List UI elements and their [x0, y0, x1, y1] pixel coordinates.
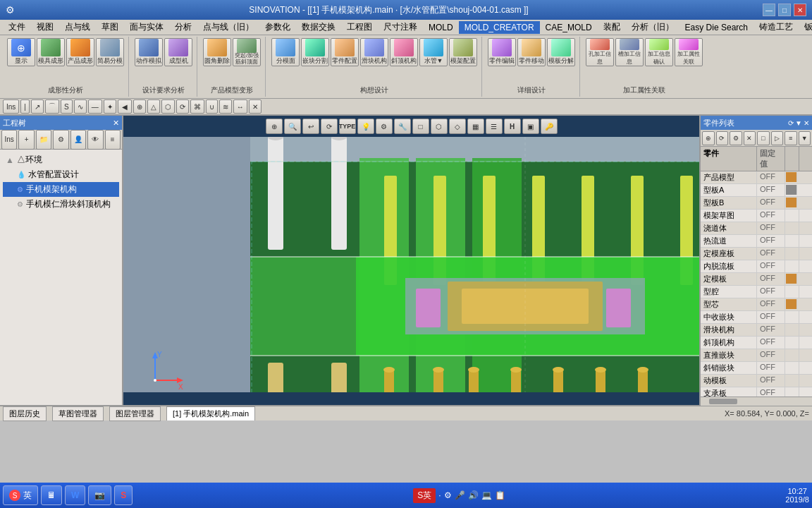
btn-parting-surface[interactable]: 分模面 — [271, 38, 300, 66]
close-button[interactable]: ✕ — [794, 4, 806, 16]
tree-item-phone-mold[interactable]: ⚙ 手机模架机构 — [3, 182, 119, 197]
part-vis-slider-mech[interactable] — [785, 324, 799, 336]
part-vis-stripper[interactable] — [785, 260, 799, 272]
tree-btn-ins[interactable]: Ins — [1, 130, 17, 150]
parts-row-core[interactable]: 型芯 OFF — [701, 298, 812, 311]
btn-part-move-copy[interactable]: 零件移动 — [517, 38, 546, 66]
vp-btn-key[interactable]: 🔑 — [541, 119, 558, 134]
menu-sheet-metal[interactable]: 钣金 — [799, 20, 812, 35]
btn-machining-assoc[interactable]: 加工属性关联 — [675, 38, 703, 66]
btn-display[interactable]: ⊕ 显示 — [7, 38, 35, 66]
btn-tool-extra-5[interactable]: ⟳ — [176, 99, 189, 114]
btn-tool-extra-1[interactable]: ◀ — [118, 99, 132, 114]
menu-points-lines[interactable]: 点与线 — [59, 20, 96, 35]
volume-icon[interactable]: 🔊 — [468, 490, 479, 500]
btn-tool-extra-6[interactable]: ⌘ — [190, 99, 204, 114]
tree-item-water-config[interactable]: 💧 水管配置设计 — [3, 167, 119, 182]
parts-row-moving-plate[interactable]: 动模板 OFF — [701, 375, 812, 387]
parts-row-cavity[interactable]: 型腔 OFF — [701, 286, 812, 298]
btn-hole-machining[interactable]: 孔加工信息 — [586, 38, 614, 66]
tree-btn-add[interactable]: + — [18, 130, 34, 150]
parts-row-runner[interactable]: 浇道体 OFF — [701, 222, 812, 235]
menu-analysis[interactable]: 分析 — [169, 20, 197, 35]
parts-row-middle-insert[interactable]: 中收嵌块 OFF — [701, 311, 812, 324]
parts-row-slider-mech[interactable]: 滑块机构 OFF — [701, 324, 812, 337]
btn-motion-sim[interactable]: 动作模拟 — [135, 38, 163, 66]
command-input[interactable] — [123, 393, 699, 404]
btn-part-edit[interactable]: 零件编辑 — [488, 38, 516, 66]
part-vis-fixed-clamp[interactable] — [785, 248, 799, 260]
btn-tool-extra-7[interactable]: ∪ — [206, 99, 218, 114]
parts-tool-1[interactable]: ⊕ — [702, 131, 715, 145]
settings-tray-icon[interactable]: ⚙ — [444, 490, 452, 500]
part-vis-middle-insert[interactable] — [785, 311, 799, 323]
menu-easy-die[interactable]: Easy Die Search — [679, 21, 753, 34]
tree-btn-view[interactable]: 👁 — [87, 130, 103, 150]
parts-row-mold-sketch[interactable]: 模架草图 OFF — [701, 210, 812, 222]
btn-line-tool-3[interactable]: ↗ — [31, 99, 44, 114]
start-button[interactable]: S 英 — [3, 485, 38, 505]
btn-mold-base-config[interactable]: 模架配置 — [449, 38, 477, 66]
taskbar-camera[interactable]: 📷 — [88, 485, 111, 505]
tree-btn-list[interactable]: ≡ — [105, 130, 121, 150]
tab-layer-history[interactable]: 图层历史 — [3, 406, 47, 421]
taskbar-sinovation[interactable]: S — [114, 485, 133, 505]
parts-tool-5[interactable]: □ — [757, 131, 770, 145]
menu-surface-solid[interactable]: 面与实体 — [124, 20, 169, 35]
tree-btn-person[interactable]: 👤 — [70, 130, 86, 150]
vp-btn-tool[interactable]: 🔧 — [394, 119, 411, 134]
menu-view[interactable]: 视图 — [31, 20, 59, 35]
part-vis-product-model[interactable] — [786, 172, 797, 182]
part-vis-cavity[interactable] — [785, 286, 799, 298]
btn-lifter-config[interactable]: 斜顶机构 — [390, 38, 418, 66]
parts-row-stripper[interactable]: 内脱流板 OFF — [701, 260, 812, 273]
vp-btn-grid[interactable]: ▦ — [467, 119, 484, 134]
btn-tool-extra-9[interactable]: ↔ — [233, 99, 247, 114]
btn-slot-machining[interactable]: 槽加工信息 — [615, 38, 644, 66]
vp-btn-diamond[interactable]: ◇ — [449, 119, 466, 134]
tab-phone-mold-main[interactable]: [1] 手机模架机构.main — [166, 406, 255, 421]
vp-btn-solid[interactable]: ▣ — [522, 119, 539, 134]
tab-layer-manager[interactable]: 图层管理器 — [109, 406, 161, 421]
maximize-button[interactable]: □ — [778, 4, 791, 16]
menu-sketch[interactable]: 草图 — [96, 20, 124, 35]
part-vis-hot-runner[interactable] — [785, 235, 799, 247]
menu-cae-mold[interactable]: CAE_MOLD — [540, 21, 598, 34]
parts-tool-6[interactable]: ▷ — [771, 131, 784, 145]
btn-water-channel[interactable]: 水管▼ — [419, 38, 448, 66]
titlebar-controls[interactable]: — □ ✕ — [763, 4, 806, 16]
btn-simple-parting[interactable]: 简易分模 — [96, 38, 124, 66]
btn-line-tool-1[interactable]: Ins — [3, 99, 19, 114]
menu-analysis-old[interactable]: 分析（旧） — [626, 20, 679, 35]
btn-line-tool-7[interactable]: — — [88, 99, 102, 114]
btn-line-tool-4[interactable]: ⌒ — [45, 99, 59, 114]
menu-mold-creator[interactable]: MOLD_CREATOR — [459, 21, 540, 34]
part-vis-runner[interactable] — [785, 222, 799, 234]
btn-rib-face[interactable]: 突起/加强筋斜顶面 — [233, 38, 261, 66]
vp-btn-hex[interactable]: ⬡ — [431, 119, 448, 134]
btn-tool-extra-8[interactable]: ≋ — [219, 99, 232, 114]
parts-row-angled-pin[interactable]: 斜销嵌块 OFF — [701, 362, 812, 375]
taskbar-calculator[interactable]: 🖩 — [41, 485, 62, 505]
menu-casting[interactable]: 铸造工艺 — [753, 20, 799, 35]
left-panel-close[interactable]: ✕ — [113, 119, 119, 128]
vp-btn-type[interactable]: TYPE — [339, 119, 356, 134]
part-vis-cavity-plate[interactable] — [786, 274, 797, 284]
parts-row-lifter-mech[interactable]: 斜顶机构 OFF — [701, 337, 812, 349]
part-vis-core[interactable] — [786, 299, 797, 309]
parts-row-fixed-clamp[interactable]: 定模座板 OFF — [701, 248, 812, 260]
minimize-button[interactable]: — — [763, 4, 775, 16]
tree-item-environment[interactable]: ▲ △环境 — [3, 152, 119, 167]
part-vis-angled-pin[interactable] — [785, 362, 799, 374]
btn-tool-extra-2[interactable]: ⊕ — [133, 99, 146, 114]
btn-part-config[interactable]: 零件配置 — [331, 38, 359, 66]
menu-file[interactable]: 文件 — [3, 20, 31, 35]
vp-btn-lines[interactable]: ☰ — [486, 119, 503, 134]
btn-line-tool-2[interactable]: | — [20, 99, 30, 114]
parts-tool-2[interactable]: ⟳ — [716, 131, 729, 145]
btn-fillet-remove[interactable]: 圆角删除 — [203, 38, 231, 66]
menu-assembly[interactable]: 装配 — [598, 20, 626, 35]
ime-icon[interactable]: S英 — [413, 488, 436, 503]
menu-data-exchange[interactable]: 数据交换 — [296, 20, 341, 35]
printer-icon[interactable]: 📋 — [495, 490, 505, 500]
